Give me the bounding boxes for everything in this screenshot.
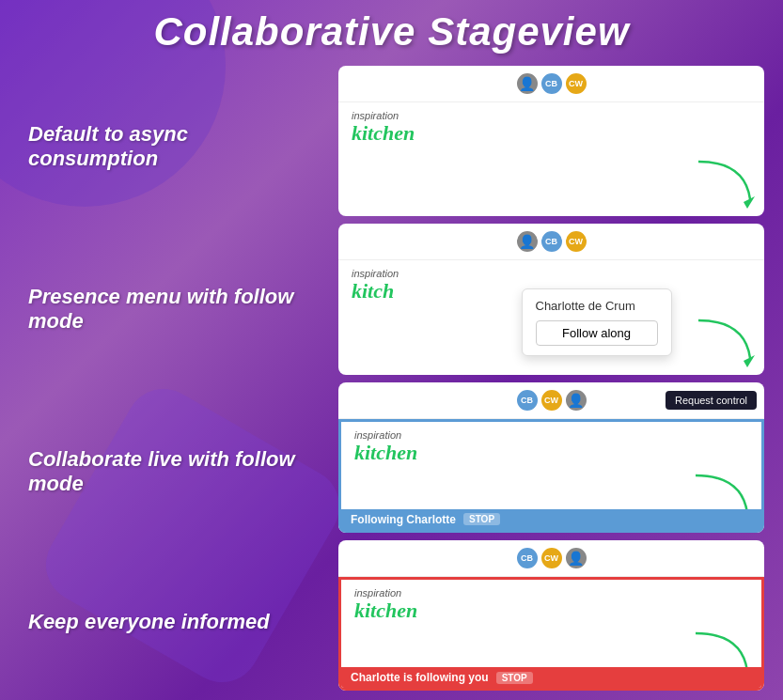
avatar-cw-2: CW	[564, 229, 588, 254]
avatar-cb-1: CB	[540, 71, 564, 96]
panel-4-header: CB CW	[338, 540, 764, 577]
avatar-photo-3	[564, 388, 588, 412]
panel-4: CB CW inspiration kitchen Charlotte is f…	[338, 540, 764, 691]
panel-4-body: inspiration kitchen Charlotte is followi…	[338, 577, 764, 691]
panel-1: CB CW inspiration kitchen	[338, 66, 764, 216]
avatar-photo-2	[515, 229, 540, 254]
panel-1-body: inspiration kitchen	[338, 102, 764, 216]
inspiration-label-3: inspiration	[354, 429, 417, 441]
charlotte-bar: Charlotte is following you STOP	[341, 667, 761, 688]
avatar-photo-1	[515, 71, 540, 96]
kitchen-text-2: kitch	[352, 279, 399, 303]
panel-2: CB CW inspiration kitch Charlotte de Cru…	[338, 224, 764, 374]
label-collaborate: Collaborate live with follow mode	[28, 447, 320, 497]
panel-2-header: CB CW	[338, 224, 764, 260]
panel-1-header: CB CW	[338, 66, 764, 102]
inspiration-text-4: inspiration kitchen	[354, 587, 417, 623]
panels-column: CB CW inspiration kitchen	[338, 66, 764, 691]
arrow-1	[689, 157, 755, 209]
label-presence: Presence menu with follow mode	[28, 285, 320, 334]
kitchen-text-1: kitchen	[352, 121, 415, 146]
content-area: Default to async consumption Presence me…	[19, 66, 764, 691]
panel-3-header: CB CW Request control	[338, 382, 764, 419]
arrow-2	[689, 316, 755, 367]
inspiration-label-2: inspiration	[352, 268, 399, 279]
kitchen-text-4: kitchen	[354, 599, 417, 623]
dropdown-popup: Charlotte de Crum Follow along	[522, 288, 672, 356]
stop-badge-3[interactable]: STOP	[463, 513, 500, 525]
page-wrapper: Collaborative Stageview Default to async…	[0, 0, 783, 700]
inspiration-label-1: inspiration	[352, 110, 415, 121]
inspiration-text-2: inspiration kitch	[352, 268, 399, 303]
page-title: Collaborative Stageview	[153, 9, 629, 54]
charlotte-bar-text: Charlotte is following you	[351, 671, 489, 684]
inspiration-label-4: inspiration	[354, 587, 417, 599]
kitchen-text-3: kitchen	[354, 441, 417, 465]
avatar-cb-2: CB	[540, 229, 564, 254]
avatar-cw-3: CW	[540, 388, 564, 412]
avatar-cb-4: CB	[515, 546, 540, 570]
panel-3: CB CW Request control inspiration kitche…	[338, 382, 764, 533]
avatar-cw-4: CW	[540, 546, 564, 570]
panel-3-body: inspiration kitchen Following Charlotte …	[338, 419, 764, 533]
label-async: Default to async consumption	[28, 122, 320, 172]
follow-along-button[interactable]: Follow along	[536, 320, 658, 346]
following-bar: Following Charlotte STOP	[341, 509, 761, 530]
avatar-cw-1: CW	[564, 71, 588, 96]
request-control-button[interactable]: Request control	[666, 391, 757, 410]
avatar-cb-3: CB	[515, 388, 540, 412]
label-informed: Keep everyone informed	[28, 610, 320, 634]
avatar-photo-4	[564, 546, 588, 570]
following-bar-text: Following Charlotte	[351, 513, 456, 526]
dropdown-name: Charlotte de Crum	[536, 299, 658, 313]
inspiration-text-1: inspiration kitchen	[352, 110, 415, 146]
inspiration-text-3: inspiration kitchen	[354, 429, 417, 465]
stop-badge-4[interactable]: STOP	[496, 672, 533, 684]
labels-column: Default to async consumption Presence me…	[19, 66, 329, 691]
panel-2-body: inspiration kitch Charlotte de Crum Foll…	[338, 260, 764, 374]
